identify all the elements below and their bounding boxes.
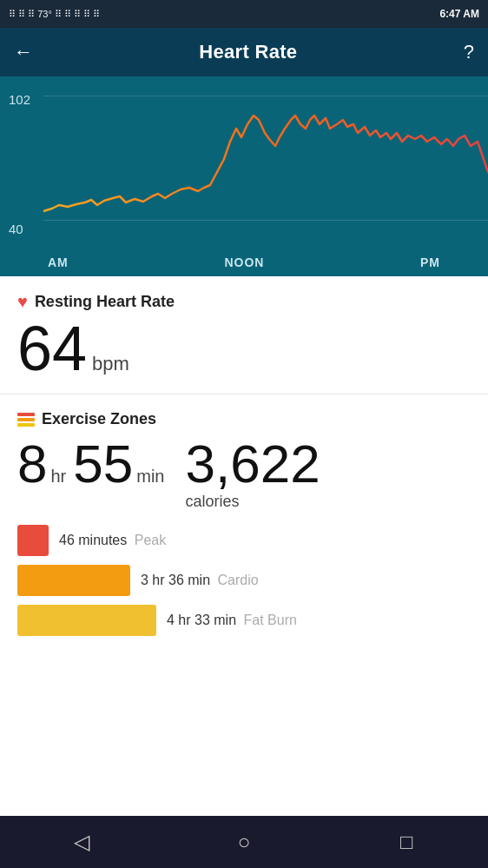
calories-label: calories <box>185 493 239 511</box>
zone-row-peak: 46 minutes Peak <box>17 525 471 556</box>
zone-bar-fatburn <box>17 605 156 636</box>
page-title: Heart Rate <box>199 41 297 63</box>
zone-row-fatburn: 4 hr 33 min Fat Burn <box>17 605 471 636</box>
resting-heart-rate-section: ♥ Resting Heart Rate 64 bpm <box>0 276 488 394</box>
rhr-unit: bpm <box>92 353 129 375</box>
zone-icon <box>17 413 35 427</box>
chart-svg <box>43 76 488 242</box>
nav-back-button[interactable]: ◁ <box>56 816 108 868</box>
exercise-stats: 8 hr 55 min 3,622 calories <box>17 437 471 511</box>
zone-icon-peak <box>17 413 35 416</box>
nav-recents-button[interactable]: □ <box>380 816 432 868</box>
zone-icon-fatburn <box>17 423 35 427</box>
rhr-value-row: 64 bpm <box>17 317 471 380</box>
zone-bar-peak <box>17 525 49 556</box>
exercise-title: Exercise Zones <box>42 410 156 428</box>
status-time: 6:47 AM <box>439 8 479 20</box>
chart-x-labels: AM NOON PM <box>0 255 488 269</box>
exercise-header: Exercise Zones <box>17 410 471 428</box>
chart-y-labels: 102 40 <box>9 76 30 276</box>
app-header: ← Heart Rate ? <box>0 28 488 76</box>
x-label-pm: PM <box>420 255 440 269</box>
nav-home-button[interactable]: ○ <box>218 816 270 868</box>
status-bar: ⠿ ⠿ ⠿ 73° ⠿ ⠿ ⠿ ⠿ ⠿ 6:47 AM <box>0 0 488 28</box>
stat-hours: 8 <box>17 437 47 491</box>
y-label-high: 102 <box>9 92 30 107</box>
zone-label-fatburn: 4 hr 33 min Fat Burn <box>167 613 297 628</box>
stat-hours-label: hr <box>50 467 66 487</box>
heart-icon: ♥ <box>17 292 28 312</box>
rhr-number: 64 <box>17 317 87 380</box>
x-label-noon: NOON <box>224 255 264 269</box>
heart-rate-chart: 102 40 AM NOON PM <box>0 76 488 276</box>
calories-number: 3,622 <box>185 437 320 491</box>
stat-calories: 3,622 calories <box>185 437 320 511</box>
help-button[interactable]: ? <box>464 41 474 63</box>
back-button[interactable]: ← <box>14 41 33 63</box>
exercise-zones-section: Exercise Zones 8 hr 55 min 3,622 calorie… <box>0 394 488 650</box>
zone-icon-cardio <box>17 418 35 421</box>
zone-label-peak: 46 minutes Peak <box>59 533 166 548</box>
y-label-low: 40 <box>9 222 30 236</box>
stat-minutes-label: min <box>136 467 164 487</box>
status-left: ⠿ ⠿ ⠿ 73° ⠿ ⠿ ⠿ ⠿ ⠿ <box>9 9 100 20</box>
status-icons: ⠿ ⠿ ⠿ 73° ⠿ ⠿ ⠿ ⠿ ⠿ <box>9 9 100 20</box>
rhr-title: Resting Heart Rate <box>35 293 175 311</box>
rhr-header: ♥ Resting Heart Rate <box>17 292 471 312</box>
zone-label-cardio: 3 hr 36 min Cardio <box>141 573 259 588</box>
nav-bar: ◁ ○ □ <box>0 816 488 868</box>
content-area: ♥ Resting Heart Rate 64 bpm Exercise Zon… <box>0 276 488 650</box>
zone-bars: 46 minutes Peak 3 hr 36 min Cardio 4 hr … <box>17 525 471 636</box>
zone-bar-cardio <box>17 565 130 596</box>
zone-row-cardio: 3 hr 36 min Cardio <box>17 565 471 596</box>
x-label-am: AM <box>48 255 69 269</box>
stat-minutes: 55 <box>73 437 133 491</box>
